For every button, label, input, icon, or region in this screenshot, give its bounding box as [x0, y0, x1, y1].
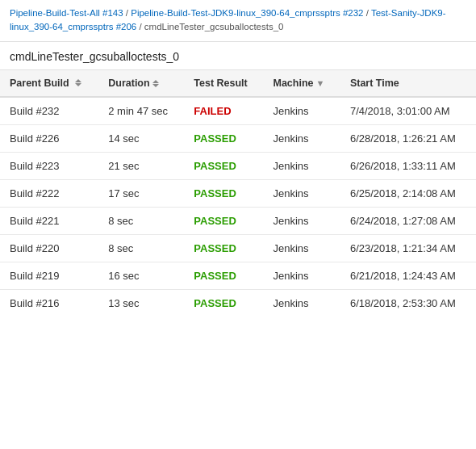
cell-test-result: PASSED — [184, 262, 263, 289]
table-row: Build #2322 min 47 secFAILEDJenkins7/4/2… — [0, 97, 476, 125]
cell-test-result: PASSED — [184, 234, 263, 262]
table-row: Build #21916 secPASSEDJenkins6/21/2018, … — [0, 262, 476, 289]
cell-parent-build: Build #226 — [0, 124, 98, 152]
table-row: Build #22321 secPASSEDJenkins6/26/2018, … — [0, 152, 476, 179]
cell-start-time: 6/18/2018, 2:53:30 AM — [340, 289, 476, 317]
cell-machine: Jenkins — [263, 179, 340, 207]
cell-parent-build: Build #232 — [0, 97, 98, 125]
col-header-parent_build[interactable]: Parent Build — [0, 70, 98, 97]
cell-parent-build: Build #220 — [0, 234, 98, 262]
cell-duration: 8 sec — [98, 207, 184, 234]
sort-icon-parent-build[interactable] — [75, 79, 81, 86]
cell-duration: 21 sec — [98, 152, 184, 179]
breadcrumb: Pipeline-Build-Test-All #143 / Pipeline-… — [0, 0, 476, 42]
cell-test-result: FAILED — [184, 97, 263, 125]
page-title: cmdLineTester_gcsuballoctests_0 — [0, 42, 476, 70]
cell-duration: 2 min 47 sec — [98, 97, 184, 125]
sort-icon-duration[interactable] — [152, 80, 159, 87]
filter-icon-machine[interactable]: ▼ — [316, 78, 325, 88]
cell-duration: 16 sec — [98, 262, 184, 289]
col-header-duration[interactable]: Duration — [98, 70, 184, 97]
cell-start-time: 6/25/2018, 2:14:08 AM — [340, 179, 476, 207]
cell-test-result: PASSED — [184, 179, 263, 207]
cell-parent-build: Build #223 — [0, 152, 98, 179]
parent-build-label: Parent Build — [10, 78, 69, 89]
cell-parent-build: Build #219 — [0, 262, 98, 289]
results-table: Parent BuildDurationTest ResultMachine▼S… — [0, 70, 476, 317]
cell-parent-build: Build #216 — [0, 289, 98, 317]
cell-start-time: 6/23/2018, 1:21:34 AM — [340, 234, 476, 262]
cell-duration: 14 sec — [98, 124, 184, 152]
cell-test-result: PASSED — [184, 124, 263, 152]
breadcrumb-link-0[interactable]: Pipeline-Build-Test-All #143 — [10, 8, 123, 18]
breadcrumb-link-1[interactable]: Pipeline-Build-Test-JDK9-linux_390-64_cm… — [131, 8, 363, 18]
cell-machine: Jenkins — [263, 97, 340, 125]
table-row: Build #2218 secPASSEDJenkins6/24/2018, 1… — [0, 207, 476, 234]
cell-machine: Jenkins — [263, 262, 340, 289]
cell-machine: Jenkins — [263, 124, 340, 152]
table-row: Build #22614 secPASSEDJenkins6/28/2018, … — [0, 124, 476, 152]
cell-machine: Jenkins — [263, 152, 340, 179]
table-row: Build #22217 secPASSEDJenkins6/25/2018, … — [0, 179, 476, 207]
cell-duration: 17 sec — [98, 179, 184, 207]
cell-parent-build: Build #221 — [0, 207, 98, 234]
cell-start-time: 6/24/2018, 1:27:08 AM — [340, 207, 476, 234]
cell-duration: 13 sec — [98, 289, 184, 317]
cell-start-time: 6/21/2018, 1:24:43 AM — [340, 262, 476, 289]
cell-parent-build: Build #222 — [0, 179, 98, 207]
cell-test-result: PASSED — [184, 207, 263, 234]
cell-duration: 8 sec — [98, 234, 184, 262]
cell-machine: Jenkins — [263, 289, 340, 317]
cell-machine: Jenkins — [263, 207, 340, 234]
cell-test-result: PASSED — [184, 289, 263, 317]
table-row: Build #21613 secPASSEDJenkins6/18/2018, … — [0, 289, 476, 317]
col-header-start_time: Start Time — [340, 70, 476, 97]
cell-start-time: 7/4/2018, 3:01:00 AM — [340, 97, 476, 125]
table-row: Build #2208 secPASSEDJenkins6/23/2018, 1… — [0, 234, 476, 262]
col-header-machine[interactable]: Machine▼ — [263, 70, 340, 97]
cell-machine: Jenkins — [263, 234, 340, 262]
cell-start-time: 6/28/2018, 1:26:21 AM — [340, 124, 476, 152]
cell-start-time: 6/26/2018, 1:33:11 AM — [340, 152, 476, 179]
cell-test-result: PASSED — [184, 152, 263, 179]
col-header-test_result: Test Result — [184, 70, 263, 97]
